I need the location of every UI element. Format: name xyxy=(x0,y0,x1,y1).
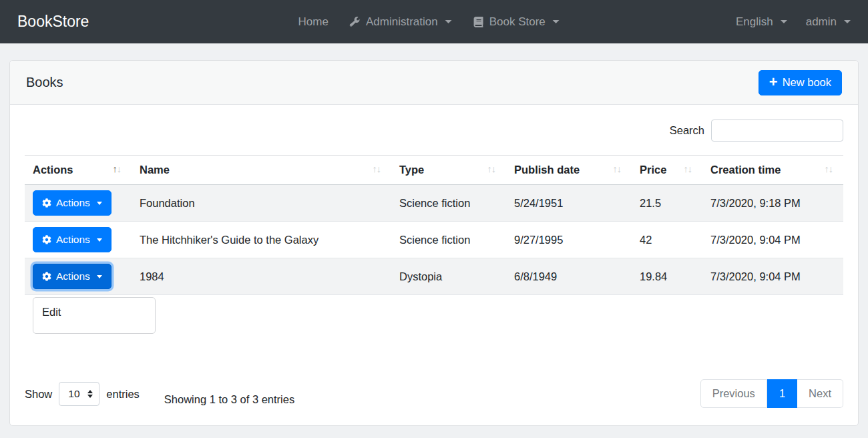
plus-icon xyxy=(769,76,778,89)
column-header-type[interactable]: Type xyxy=(391,156,506,185)
gear-icon xyxy=(42,235,51,244)
chevron-down-icon xyxy=(97,238,102,242)
gear-icon xyxy=(42,272,51,281)
table-header-row: Actions Name Type Publish date xyxy=(25,156,843,185)
card-body: Search Actions Name xyxy=(10,105,858,408)
cell-actions: Actions xyxy=(25,258,132,295)
page-size-control: Show 10 entries xyxy=(25,382,140,406)
page-size-select[interactable]: 10 xyxy=(59,382,99,406)
sort-icon xyxy=(113,164,122,174)
books-table: Actions Name Type Publish date xyxy=(25,155,843,295)
card-header: Books New book xyxy=(10,61,858,105)
page-size-value: 10 xyxy=(68,388,79,400)
chevron-down-icon xyxy=(553,20,560,23)
row-actions-button-open[interactable]: Actions xyxy=(33,264,112,289)
gear-icon xyxy=(42,198,51,208)
chevron-down-icon xyxy=(445,20,452,23)
updown-arrows-icon xyxy=(87,390,93,399)
column-header-publish-date[interactable]: Publish date xyxy=(506,156,632,185)
search-label: Search xyxy=(670,124,704,137)
sort-icon xyxy=(613,164,622,174)
table-row: Actions The Hitchhiker's Guide to the Ga… xyxy=(25,222,843,258)
cell-creation-time: 7/3/2020, 9:18 PM xyxy=(702,185,843,222)
pagination-previous-button[interactable]: Previous xyxy=(700,379,767,408)
table-row: Actions 1984 Dystopia 6/8/1949 19.84 7/3… xyxy=(25,258,843,295)
table-info-text: Showing 1 to 3 of 3 entries xyxy=(164,393,294,406)
cell-actions: Actions xyxy=(25,185,132,222)
cell-name: Foundation xyxy=(132,185,391,222)
wrench-icon xyxy=(350,17,361,27)
search-input[interactable] xyxy=(711,120,843,142)
show-label: Show xyxy=(25,388,52,401)
menu-item-label: Home xyxy=(298,15,329,29)
user-menu: English admin xyxy=(736,15,851,29)
book-icon xyxy=(473,17,484,27)
search-bar: Search xyxy=(25,120,843,142)
sort-icon xyxy=(684,164,692,174)
actions-dropdown-menu: Edit xyxy=(33,297,156,334)
cell-creation-time: 7/3/2020, 9:04 PM xyxy=(702,222,843,258)
user-account-menu[interactable]: admin xyxy=(806,15,851,29)
cell-type: Dystopia xyxy=(391,258,506,295)
books-card: Books New book Search Actions xyxy=(9,60,859,426)
chevron-down-icon xyxy=(781,20,787,23)
menu-item-administration[interactable]: Administration xyxy=(350,15,452,29)
cell-publish-date: 6/8/1949 xyxy=(506,258,632,295)
menu-item-label: Administration xyxy=(366,15,438,29)
cell-publish-date: 9/27/1995 xyxy=(506,222,632,258)
menu-item-home[interactable]: Home xyxy=(298,15,329,29)
main-menu: Home Administration Book Store xyxy=(298,0,560,43)
brand-logo[interactable]: BookStore xyxy=(17,13,89,31)
row-actions-button[interactable]: Actions xyxy=(33,190,112,216)
cell-price: 42 xyxy=(632,222,702,258)
chevron-down-icon xyxy=(97,202,102,205)
chevron-down-icon xyxy=(844,20,851,23)
table-footer: Show 10 entries Showing 1 to 3 of 3 entr… xyxy=(25,379,843,408)
menu-item-label: Book Store xyxy=(489,15,546,29)
cell-price: 19.84 xyxy=(632,258,702,295)
entries-label: entries xyxy=(106,388,140,401)
language-selector[interactable]: English xyxy=(736,15,787,29)
username-label: admin xyxy=(806,15,837,29)
page-title: Books xyxy=(26,75,63,90)
dropdown-item-edit[interactable]: Edit xyxy=(33,303,155,321)
cell-actions: Actions xyxy=(25,222,132,258)
cell-creation-time: 7/3/2020, 9:04 PM xyxy=(702,258,843,295)
column-header-creation-time[interactable]: Creation time xyxy=(702,156,843,185)
table-row: Actions Foundation Science fiction 5/24/… xyxy=(25,185,843,222)
column-header-price[interactable]: Price xyxy=(632,156,702,185)
row-actions-button[interactable]: Actions xyxy=(33,227,112,252)
sort-icon xyxy=(373,164,381,174)
cell-type: Science fiction xyxy=(391,222,506,258)
pagination: Previous 1 Next xyxy=(700,379,843,408)
cell-price: 21.5 xyxy=(632,185,702,222)
column-header-name[interactable]: Name xyxy=(132,156,391,185)
cell-name: 1984 xyxy=(132,258,391,295)
sort-icon xyxy=(825,164,833,174)
cell-type: Science fiction xyxy=(391,185,506,222)
new-book-button[interactable]: New book xyxy=(758,70,842,95)
chevron-down-icon xyxy=(97,275,102,278)
column-header-actions[interactable]: Actions xyxy=(25,156,132,185)
menu-item-book-store[interactable]: Book Store xyxy=(473,15,560,29)
new-book-button-label: New book xyxy=(783,76,831,89)
top-navbar: BookStore Home Administration Book Store… xyxy=(0,0,868,43)
sort-icon xyxy=(487,164,496,174)
language-label: English xyxy=(736,15,773,29)
cell-publish-date: 5/24/1951 xyxy=(506,185,632,222)
pagination-page-1-button[interactable]: 1 xyxy=(767,379,797,408)
pagination-next-button[interactable]: Next xyxy=(797,379,843,408)
cell-name: The Hitchhiker's Guide to the Galaxy xyxy=(132,222,391,258)
